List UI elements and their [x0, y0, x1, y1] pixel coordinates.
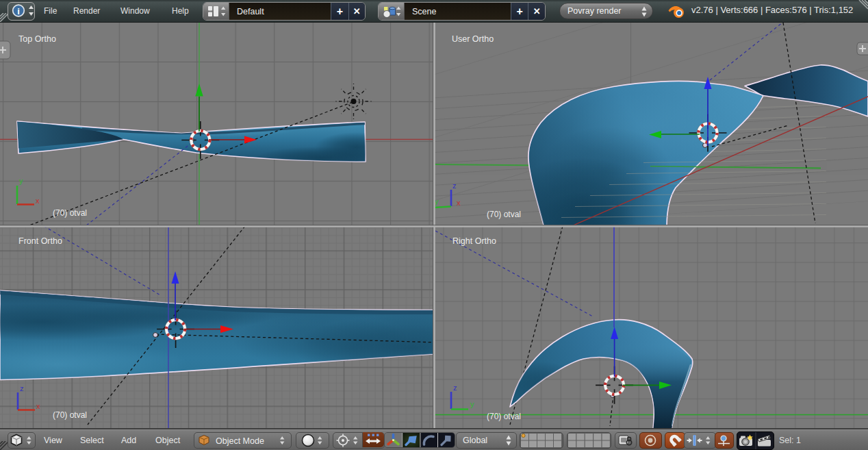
svg-text:(70) otval: (70) otval — [487, 412, 521, 421]
svg-text:z: z — [452, 182, 457, 190]
svg-text:(70) otval: (70) otval — [53, 410, 87, 420]
svg-text:y: y — [435, 197, 439, 205]
svg-text:Object Mode: Object Mode — [216, 436, 264, 446]
svg-text:x: x — [36, 402, 40, 410]
svg-text:i: i — [17, 6, 20, 16]
svg-text:z: z — [20, 384, 24, 392]
svg-text:z: z — [453, 384, 457, 392]
svg-text:x: x — [36, 197, 40, 205]
svg-text:x: x — [457, 199, 461, 207]
svg-text:Right Ortho: Right Ortho — [452, 236, 496, 246]
svg-text:(70) otval: (70) otval — [487, 210, 521, 219]
svg-text:y: y — [19, 177, 23, 185]
svg-text:(70) otval: (70) otval — [53, 208, 87, 218]
svg-text:Front Ortho: Front Ortho — [18, 236, 62, 246]
svg-text:y: y — [470, 400, 474, 408]
svg-text:User Ortho: User Ortho — [452, 34, 494, 44]
svg-text:Top Ortho: Top Ortho — [18, 34, 56, 44]
